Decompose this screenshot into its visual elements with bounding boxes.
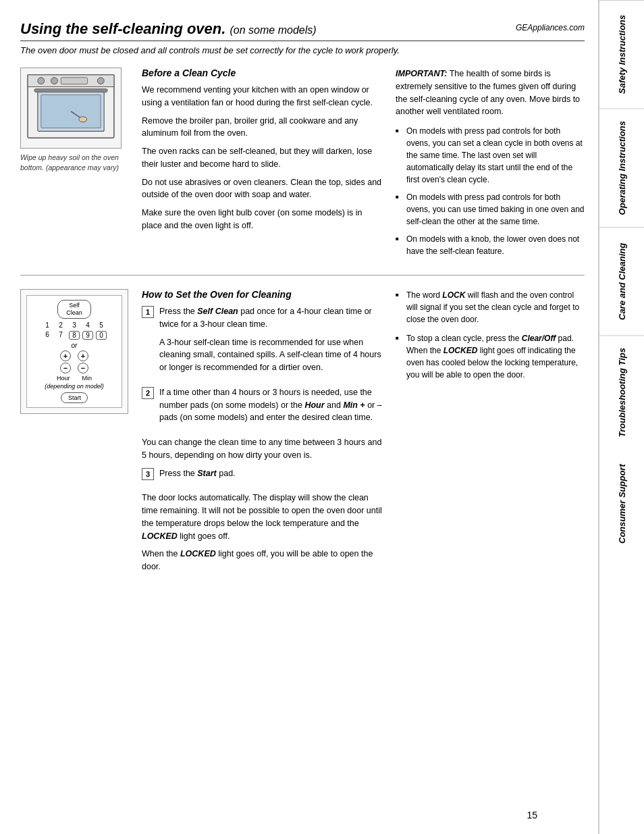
oven-drawing: [20, 68, 122, 149]
key-3: 3: [69, 321, 80, 329]
key-7: 7: [55, 331, 66, 340]
main-content: Using the self-cleaning oven. (on some m…: [0, 0, 598, 834]
step-2-text: If a time other than 4 hours or 3 hours …: [159, 386, 382, 424]
plus-minus-row-minus: − −: [31, 363, 117, 373]
step-1-block: 1 Press the Self Clean pad once for a 4-…: [142, 305, 382, 380]
locked-light-text: When the LOCKED light goes off, you will…: [142, 548, 382, 573]
step-2-content: If a time other than 4 hours or 3 hours …: [159, 386, 382, 429]
bottom-section: Self Clean 1 2 3 4 5 6 7: [20, 289, 585, 579]
svg-point-3: [51, 78, 58, 84]
step-1-note: A 3-hour self-clean time is recommended …: [159, 336, 382, 374]
key-4: 4: [82, 321, 93, 329]
sidebar-care: Care and Cleaning: [599, 227, 644, 335]
svg-point-2: [38, 78, 45, 84]
min-ref: Min +: [343, 400, 365, 410]
key-1: 1: [42, 321, 53, 329]
key-0: 0: [96, 331, 107, 340]
top-section: Wipe up heavy soil on the oven bottom. (…: [20, 68, 585, 276]
how-to-section: How to Set the Oven for Cleaning 1 Press…: [142, 289, 382, 579]
door-lock-text: The door locks automatically. The displa…: [142, 492, 382, 542]
step-3-block: 3 Press the Start pad.: [142, 467, 382, 486]
important-text: IMPORTANT: The health of some birds is e…: [396, 68, 585, 118]
important-label: IMPORTANT:: [396, 69, 447, 78]
locked-ref-1: LOCKED: [142, 531, 178, 541]
key-9: 9: [82, 331, 93, 340]
before-clean-p2: Remove the broiler pan, broiler grid, al…: [142, 115, 382, 140]
title-row: Using the self-cleaning oven. (on some m…: [20, 20, 585, 38]
locked-ref-2: LOCKED: [180, 549, 216, 558]
step-2-block: 2 If a time other than 4 hours or 3 hour…: [142, 386, 382, 429]
sidebar-safety: Safety Instructions: [599, 0, 644, 108]
step-2-num: 2: [142, 387, 154, 399]
hour-label: Hour: [57, 375, 70, 382]
change-time-text: You can change the clean time to any tim…: [142, 436, 382, 462]
self-clean-ref: Self Clean: [197, 307, 238, 316]
plus-btn-2: +: [78, 350, 88, 361]
hour-min-labels: Hour Min: [31, 375, 117, 382]
min-label: Min: [82, 375, 92, 382]
step-1-num: 1: [142, 306, 154, 318]
step-3-num: 3: [142, 468, 154, 480]
svg-point-10: [79, 117, 87, 122]
numpad-row1: 1 2 3 4 5: [31, 321, 117, 329]
step-3-content: Press the Start pad.: [159, 467, 236, 486]
start-button-image: Start: [61, 392, 88, 403]
title-text: Using the self-cleaning oven. (on some m…: [20, 20, 317, 37]
sidebar-troubleshooting: Troubleshooting Tips: [599, 335, 644, 449]
before-clean-p1: We recommend venting your kitchen with a…: [142, 84, 382, 109]
self-clean-label: Self Clean: [63, 302, 85, 317]
minus-btn-2: −: [78, 363, 88, 373]
svg-rect-8: [34, 88, 107, 92]
numpad-row2: 6 7 8 9 0: [31, 331, 117, 340]
how-to-heading: How to Set the Oven for Cleaning: [142, 289, 382, 300]
page-number: 15: [527, 810, 537, 820]
minus-btn-1: −: [60, 363, 71, 373]
oven-image-area: Wipe up heavy soil on the oven bottom. (…: [20, 68, 128, 263]
bullet-list-top: On models with press pad controls for bo…: [396, 125, 585, 257]
control-panel-inner: Self Clean 1 2 3 4 5 6 7: [26, 295, 122, 408]
svg-point-5: [97, 78, 104, 84]
step-3-text: Press the Start pad.: [159, 467, 236, 480]
sidebar-consumer: Consumer Support: [599, 450, 644, 558]
before-clean-p4: Do not use abrasives or oven cleaners. C…: [142, 176, 382, 202]
sidebar: Safety Instructions Operating Instructio…: [598, 0, 644, 834]
oven-caption: Wipe up heavy soil on the oven bottom. (…: [20, 153, 128, 172]
key-6: 6: [42, 331, 53, 340]
svg-rect-7: [41, 95, 101, 128]
start-ref: Start: [197, 469, 216, 478]
or-text: or: [31, 342, 117, 349]
before-clean-section: Before a Clean Cycle We recommend ventin…: [142, 68, 382, 263]
bullet-list-bottom: The word LOCK will flash and the oven co…: [396, 289, 585, 381]
right-col-top: IMPORTANT: The health of some birds is e…: [396, 68, 585, 263]
bullet-item-3: On models with a knob, the lower oven do…: [396, 233, 585, 257]
key-8: 8: [69, 331, 80, 340]
bullet-lock-flash: The word LOCK will flash and the oven co…: [396, 289, 585, 325]
page-title: Using the self-cleaning oven. (on some m…: [20, 20, 317, 38]
before-clean-p5: Make sure the oven light bulb cover (on …: [142, 207, 382, 232]
bullet-stop-clean: To stop a clean cycle, press the Clear/O…: [396, 332, 585, 381]
control-panel: Self Clean 1 2 3 4 5 6 7: [20, 289, 128, 414]
sidebar-operating: Operating Instructions: [599, 108, 644, 227]
plus-btn-1: +: [60, 350, 71, 361]
svg-rect-4: [61, 78, 87, 84]
plus-minus-row-plus: + +: [31, 350, 117, 361]
bullet-item-2: On models with press pad controls for bo…: [396, 191, 585, 228]
depending-text: (depending on model): [31, 383, 117, 390]
bullet-item-1: On models with press pad controls for bo…: [396, 125, 585, 186]
right-col-bottom: The word LOCK will flash and the oven co…: [396, 289, 585, 579]
website-url: GEAppliances.com: [516, 23, 585, 32]
intro-line: The oven door must be closed and all con…: [20, 41, 585, 55]
before-clean-p3: The oven racks can be self-cleaned, but …: [142, 145, 382, 171]
step-1-text: Press the Self Clean pad once for a 4-ho…: [159, 305, 382, 331]
before-clean-heading: Before a Clean Cycle: [142, 68, 382, 78]
control-panel-area: Self Clean 1 2 3 4 5 6 7: [20, 289, 128, 579]
hour-ref: Hour: [304, 400, 324, 410]
key-2: 2: [55, 321, 66, 329]
step-1-content: Press the Self Clean pad once for a 4-ho…: [159, 305, 382, 380]
key-5: 5: [96, 321, 107, 329]
self-clean-button-image: Self Clean: [57, 300, 91, 319]
